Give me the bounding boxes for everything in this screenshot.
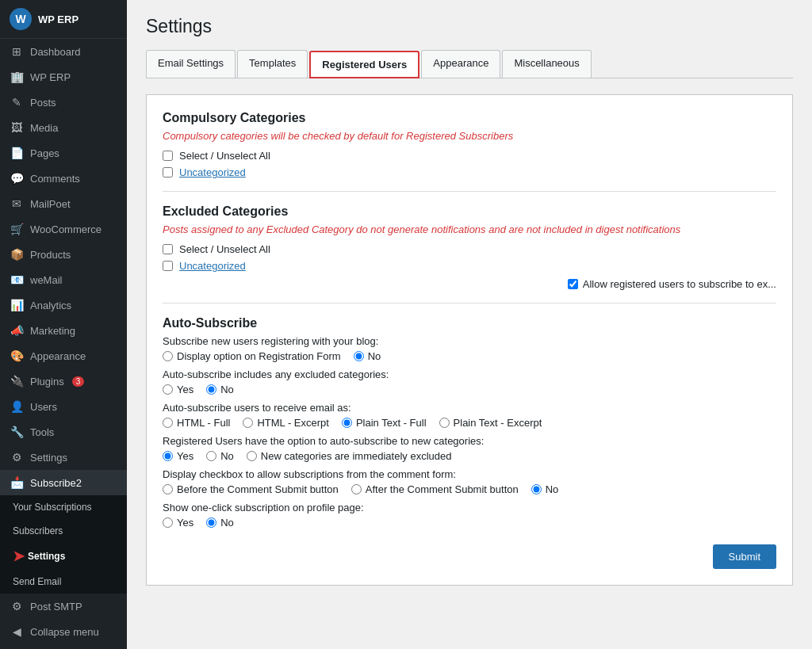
comment-no-radio[interactable]	[531, 484, 542, 494]
new-cat-no-radio[interactable]	[206, 451, 216, 461]
new-users-display-radio[interactable]	[163, 351, 173, 361]
html-full-label: HTML - Full	[177, 417, 230, 429]
comment-before-option[interactable]: Before the Comment Submit button	[163, 483, 339, 495]
marketing-icon: 📣	[10, 324, 24, 337]
excl-no-radio[interactable]	[206, 384, 216, 395]
tab-templates[interactable]: Templates	[237, 50, 308, 78]
sidebar-item-marketing[interactable]: 📣 Marketing	[0, 318, 127, 343]
woocommerce-icon: 🛒	[10, 223, 24, 235]
comment-after-option[interactable]: After the Comment Submit button	[351, 483, 519, 495]
sidebar-item-subscribers[interactable]: Subscribers	[0, 519, 127, 543]
profile-yes-option[interactable]: Yes	[163, 517, 193, 529]
comment-before-radio[interactable]	[163, 484, 173, 494]
sidebar-item-media[interactable]: 🖼 Media	[0, 115, 127, 140]
media-icon: 🖼	[10, 121, 24, 134]
profile-no-option[interactable]: No	[206, 517, 234, 529]
sidebar-item-posts[interactable]: ✎ Posts	[0, 90, 127, 115]
divider-1	[163, 191, 776, 192]
profile-page-options: Yes No	[163, 517, 776, 529]
excluded-uncategorized-label[interactable]: Uncategorized	[179, 260, 246, 272]
sidebar-item-wperp[interactable]: 🏢 WP ERP	[0, 64, 127, 90]
new-cat-yes-option[interactable]: Yes	[163, 450, 193, 462]
profile-yes-radio[interactable]	[163, 517, 173, 528]
sidebar-item-pages[interactable]: 📄 Pages	[0, 140, 127, 166]
excl-yes-radio[interactable]	[163, 384, 173, 395]
radio-group-new-categories: Registered Users have the option to auto…	[163, 435, 776, 462]
pages-icon: 📄	[10, 147, 24, 159]
sidebar-item-dashboard[interactable]: ⊞ Dashboard	[0, 39, 127, 64]
sidebar-item-label: Posts	[30, 97, 56, 109]
subscribe2-submenu: Your Subscriptions Subscribers ➤ Setting…	[0, 495, 127, 594]
submit-button[interactable]: Submit	[713, 544, 776, 569]
excluded-select-all-row: Select / Unselect All	[163, 243, 776, 255]
sidebar-item-settings[interactable]: ⚙ Settings	[0, 445, 127, 470]
comment-no-option[interactable]: No	[531, 483, 559, 495]
excluded-uncategorized-checkbox[interactable]	[163, 261, 173, 271]
plain-full-option[interactable]: Plain Text - Full	[342, 417, 427, 429]
sidebar-logo: W WP ERP	[0, 0, 127, 39]
sidebar-item-settings-sub[interactable]: ➤ Settings	[0, 543, 127, 570]
new-cat-immediately-radio[interactable]	[247, 451, 257, 461]
excl-uncategorized-link[interactable]: Uncategorized	[179, 260, 246, 272]
compulsory-uncategorized-label[interactable]: Uncategorized	[179, 166, 246, 178]
html-excerpt-radio[interactable]	[243, 418, 253, 428]
wemail-icon: 📧	[10, 273, 24, 286]
sidebar-item-mailpoet[interactable]: ✉ MailPoet	[0, 191, 127, 216]
sidebar-item-appearance[interactable]: 🎨 Appearance	[0, 343, 127, 368]
new-cat-immediately-option[interactable]: New categories are immediately excluded	[247, 450, 452, 462]
sidebar-item-collapse[interactable]: ◀ Collapse menu	[0, 619, 127, 644]
right-note: Allow registered users to subscribe to e…	[163, 278, 776, 290]
allow-registered-label[interactable]: Allow registered users to subscribe to e…	[583, 278, 776, 290]
sidebar-item-post-smtp[interactable]: ⚙ Post SMTP	[0, 594, 127, 619]
plain-excerpt-radio[interactable]	[439, 418, 450, 428]
new-cat-no-option[interactable]: No	[206, 450, 234, 462]
excluded-select-all-label[interactable]: Select / Unselect All	[179, 243, 270, 255]
tab-appearance[interactable]: Appearance	[421, 50, 500, 78]
comment-after-radio[interactable]	[351, 484, 362, 494]
radio-group-new-users: Subscribe new users registering with you…	[163, 335, 776, 362]
excl-no-option[interactable]: No	[206, 384, 234, 395]
profile-no-radio[interactable]	[206, 517, 216, 528]
sidebar: W WP ERP ⊞ Dashboard 🏢 WP ERP ✎ Posts 🖼 …	[0, 0, 127, 649]
sidebar-item-users[interactable]: 👤 Users	[0, 394, 127, 419]
comment-after-label: After the Comment Submit button	[366, 483, 519, 495]
settings-icon: ⚙	[10, 451, 24, 464]
allow-registered-checkbox[interactable]	[568, 279, 578, 289]
collapse-label: Collapse menu	[30, 626, 99, 638]
compulsory-uncategorized-row: Uncategorized	[163, 166, 776, 178]
html-excerpt-option[interactable]: HTML - Excerpt	[243, 417, 329, 429]
sidebar-item-comments[interactable]: 💬 Comments	[0, 166, 127, 191]
tab-registered-users[interactable]: Registered Users	[309, 51, 419, 78]
new-cat-yes-label: Yes	[177, 450, 193, 462]
compulsory-select-all-checkbox[interactable]	[163, 151, 173, 161]
new-users-no-option[interactable]: No	[354, 350, 381, 362]
sidebar-item-send-email[interactable]: Send Email	[0, 570, 127, 594]
tab-miscellaneous[interactable]: Miscellaneous	[502, 50, 591, 78]
new-categories-label: Registered Users have the option to auto…	[163, 435, 776, 447]
sidebar-item-analytics[interactable]: 📊 Analytics	[0, 292, 127, 318]
sidebar-item-plugins[interactable]: 🔌 Plugins 3	[0, 368, 127, 394]
new-users-display-option[interactable]: Display option on Registration Form	[163, 350, 341, 362]
tab-email-settings[interactable]: Email Settings	[146, 50, 236, 78]
compulsory-uncategorized-checkbox[interactable]	[163, 167, 173, 178]
new-users-no-radio[interactable]	[354, 351, 364, 361]
uncategorized-link[interactable]: Uncategorized	[179, 166, 246, 178]
html-full-radio[interactable]	[163, 418, 173, 428]
html-full-option[interactable]: HTML - Full	[163, 417, 230, 429]
sidebar-item-wemail[interactable]: 📧 weMail	[0, 267, 127, 292]
plain-excerpt-option[interactable]: Plain Text - Excerpt	[439, 417, 542, 429]
excl-yes-option[interactable]: Yes	[163, 384, 193, 395]
sidebar-item-products[interactable]: 📦 Products	[0, 242, 127, 267]
divider-2	[163, 303, 776, 304]
sidebar-item-tools[interactable]: 🔧 Tools	[0, 419, 127, 445]
excluded-select-all-checkbox[interactable]	[163, 244, 173, 254]
plain-full-radio[interactable]	[342, 418, 352, 428]
comments-icon: 💬	[10, 172, 24, 185]
sidebar-item-your-subscriptions[interactable]: Your Subscriptions	[0, 495, 127, 519]
new-categories-options: Yes No New categories are immediately ex…	[163, 450, 776, 462]
sidebar-item-subscribe2[interactable]: 📩 Subscribe2	[0, 470, 127, 495]
new-cat-yes-radio[interactable]	[163, 451, 173, 461]
settings-content: Compulsory Categories Compulsory categor…	[146, 94, 793, 586]
compulsory-select-all-label[interactable]: Select / Unselect All	[179, 150, 270, 162]
sidebar-item-woocommerce[interactable]: 🛒 WooCommerce	[0, 216, 127, 242]
